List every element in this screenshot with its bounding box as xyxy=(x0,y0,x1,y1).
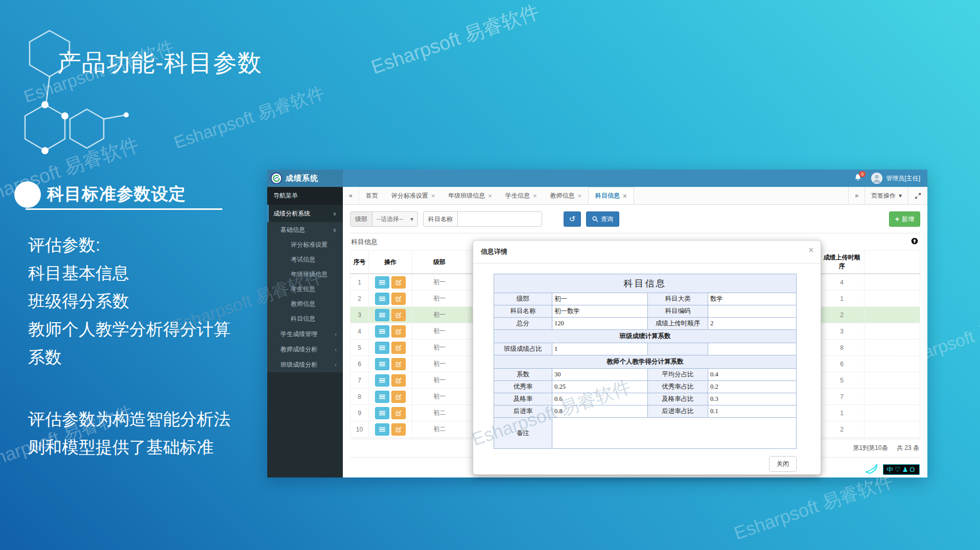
tab-label: 科目信息 xyxy=(595,192,620,200)
sidebar-item-score-analysis-system[interactable]: 成绩分析系统 ∨ xyxy=(267,205,343,222)
list-icon xyxy=(379,279,385,285)
tab-operations-dropdown[interactable]: 页签操作 ▾ xyxy=(865,187,908,204)
sidebar-item-label: 班级成绩分析 xyxy=(281,361,317,369)
sidebar-item-class-score-analysis[interactable]: 班级成绩分析 ‹ xyxy=(267,357,343,372)
hexagon-decoration xyxy=(15,15,148,158)
tab-label: 教师信息 xyxy=(550,192,574,200)
arrow-circle-up-icon xyxy=(911,237,918,245)
tab-grade-class-info[interactable]: 年级班级信息 × xyxy=(441,187,499,204)
edit-button[interactable] xyxy=(391,276,406,289)
edit-button[interactable] xyxy=(391,374,406,387)
sidebar-item-label: 评分标准设置 xyxy=(291,241,328,249)
edit-button[interactable] xyxy=(391,423,406,436)
detail-row: 总分 120 成绩上传时顺序 2 xyxy=(494,318,797,330)
section-class-coef: 班级成绩计算系数 xyxy=(494,330,797,343)
app-logo[interactable]: 成绩系统 xyxy=(267,170,343,187)
edit-button[interactable] xyxy=(391,407,406,419)
view-button[interactable] xyxy=(375,407,389,419)
grade-filter-group: 级部 --请选择-- ▾ xyxy=(350,211,418,227)
grade-filter-label: 级部 xyxy=(351,212,372,226)
close-tab-icon[interactable]: × xyxy=(431,192,435,200)
tabs-scroll-left-button[interactable]: « xyxy=(343,187,359,204)
view-button[interactable] xyxy=(375,391,389,403)
sidebar-item-label: 基础信息 xyxy=(281,226,305,234)
sidebar-item-grade-class-info[interactable]: 年级班级信息 xyxy=(267,267,343,282)
sidebar-submenu: 基础信息 ∨ 评分标准设置 考试信息 年级班级信息 学生信息 xyxy=(267,222,343,372)
edit-icon xyxy=(395,377,402,384)
subject-name-input[interactable] xyxy=(458,212,542,226)
edit-button[interactable] xyxy=(391,342,406,354)
close-tab-icon[interactable]: × xyxy=(533,192,537,200)
close-tab-icon[interactable]: × xyxy=(623,192,627,200)
chevron-down-icon: ∨ xyxy=(333,227,337,233)
edit-button[interactable] xyxy=(391,358,406,370)
app-header: 成绩系统 0 xyxy=(267,170,927,187)
edit-button[interactable] xyxy=(391,309,406,321)
edit-button[interactable] xyxy=(391,293,406,305)
sidebar-item-subject-info[interactable]: 科目信息 xyxy=(267,312,343,326)
search-icon xyxy=(592,216,598,222)
subject-filter-label: 科目名称 xyxy=(424,212,458,226)
sidebar-item-exam-info[interactable]: 考试信息 xyxy=(267,252,343,267)
view-button[interactable] xyxy=(375,358,389,370)
section-teacher-coef: 教师个人教学得分计算系数 xyxy=(494,355,797,369)
view-button[interactable] xyxy=(375,309,389,321)
view-button[interactable] xyxy=(375,374,389,387)
grade-select-value: --请选择-- xyxy=(377,215,403,224)
edit-button[interactable] xyxy=(391,391,406,403)
tab-controls: » 页签操作 ▾ xyxy=(848,187,927,204)
view-button[interactable] xyxy=(375,423,389,436)
sidebar-item-teacher-score-analysis[interactable]: 教师成绩分析 ‹ xyxy=(267,342,343,357)
tab-teacher-info[interactable]: 教师信息 × xyxy=(543,187,588,204)
edit-icon xyxy=(395,345,402,351)
list-icon xyxy=(379,312,385,318)
fullscreen-button[interactable] xyxy=(908,187,927,204)
view-button[interactable] xyxy=(375,276,389,289)
page-title: 产品功能-科目参数 xyxy=(57,47,262,79)
tab-home[interactable]: 首页 xyxy=(359,187,385,204)
tabs-scroll-right-button[interactable]: » xyxy=(848,187,865,204)
tab-bar: « 首页 评分标准设置 × 年级班级信息 × 学生信息 xyxy=(343,187,927,205)
edit-button[interactable] xyxy=(391,325,406,338)
tab-operations-label: 页签操作 xyxy=(871,192,896,200)
user-menu[interactable]: 管理员[主任] xyxy=(871,173,920,184)
close-button[interactable]: 关闭 xyxy=(769,456,797,472)
view-button[interactable] xyxy=(375,342,389,354)
sidebar-item-scoring-standard[interactable]: 评分标准设置 xyxy=(267,237,343,252)
close-tab-icon[interactable]: × xyxy=(488,192,492,200)
tab-subject-info[interactable]: 科目信息 × xyxy=(588,187,634,204)
tab-label: 首页 xyxy=(366,192,378,200)
detail-row: 系数 30 平均分占比 0.4 xyxy=(494,369,797,381)
reset-button[interactable]: ↺ xyxy=(564,211,581,227)
notifications-button[interactable]: 0 xyxy=(854,173,864,183)
feature-line: 教师个人教学分析得分计算 xyxy=(28,315,230,343)
list-icon xyxy=(379,361,385,367)
sidebar-item-teacher-info[interactable]: 教师信息 xyxy=(267,297,343,312)
pagination-range: 第1到第10条 xyxy=(853,444,888,451)
watermark: Esharpsoft 易睿软件 xyxy=(731,468,896,546)
ime-badge-text: 中♡♟O xyxy=(883,464,920,475)
view-button[interactable] xyxy=(375,325,389,338)
collapse-panel-button[interactable] xyxy=(911,237,918,246)
username: 管理员[主任] xyxy=(886,174,920,183)
sidebar-item-student-info[interactable]: 学生信息 xyxy=(267,282,343,297)
detail-row: 及格率 0.6 及格率占比 0.3 xyxy=(494,393,797,405)
ime-badge: 中♡♟O xyxy=(865,464,920,475)
grade-select[interactable]: --请选择-- ▾ xyxy=(372,212,417,226)
sidebar-item-label: 教师成绩分析 xyxy=(281,345,317,354)
tab-label: 评分标准设置 xyxy=(391,192,428,200)
list-icon xyxy=(379,394,385,400)
sidebar-item-basic-info[interactable]: 基础信息 ∨ xyxy=(267,222,343,237)
add-button[interactable]: + 新增 xyxy=(889,211,920,227)
tab-student-info[interactable]: 学生信息 × xyxy=(499,187,544,204)
search-button[interactable]: 查询 xyxy=(586,211,619,227)
edit-icon xyxy=(395,328,402,334)
double-chevron-right-icon: » xyxy=(855,192,858,199)
sidebar-item-student-score-mgmt[interactable]: 学生成绩管理 ‹ xyxy=(267,326,343,342)
edit-icon xyxy=(395,426,402,433)
chevron-down-icon: ∨ xyxy=(333,210,337,217)
close-icon[interactable]: × xyxy=(809,246,813,255)
view-button[interactable] xyxy=(375,293,389,305)
close-tab-icon[interactable]: × xyxy=(577,192,581,200)
tab-scoring-standard[interactable]: 评分标准设置 × xyxy=(385,187,442,204)
